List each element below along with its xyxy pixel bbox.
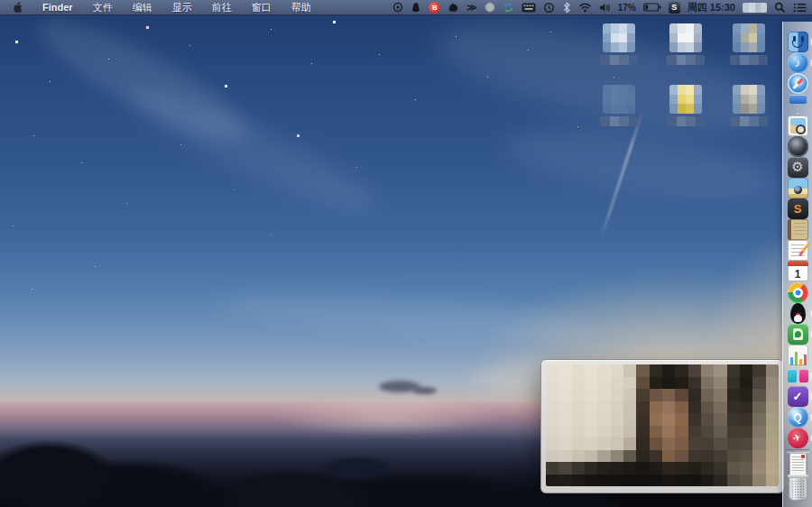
dock-item-purple-check[interactable]: ✓ — [788, 386, 808, 407]
menu-help[interactable]: 帮助 — [281, 0, 321, 14]
battery-icon[interactable] — [643, 3, 661, 12]
globe-icon[interactable] — [484, 2, 495, 13]
desktop-icon-3-label — [730, 55, 768, 65]
menu-window[interactable]: 窗口 — [242, 0, 281, 14]
evernote-icon — [788, 324, 808, 345]
desktop-folder-label — [667, 116, 705, 126]
dock-item-document-file[interactable] — [788, 453, 808, 476]
desktop-icon-4[interactable] — [599, 85, 639, 126]
desktop-icon-document[interactable] — [729, 85, 769, 126]
camera-lens-icon — [788, 136, 808, 157]
dock-item-sublime[interactable]: S — [788, 198, 808, 219]
desktop-icon-1-label — [600, 55, 638, 65]
menu-bar-left: Finder 文件 编辑 显示 前往 窗口 帮助 — [0, 0, 321, 14]
plane-glyph: ✈ — [792, 431, 804, 445]
bar-chart-icon — [788, 345, 808, 365]
dock-item-camera-lens[interactable] — [788, 136, 808, 157]
sublime-s-icon: S — [788, 198, 808, 219]
desktop-folder-thumbnail — [669, 85, 702, 114]
dock-item-finder[interactable] — [788, 32, 808, 52]
notification-center-icon[interactable] — [793, 3, 807, 13]
paperplane-icon: ✈ — [788, 428, 808, 448]
dark-pet-icon[interactable] — [448, 2, 459, 13]
dock-item-qq[interactable] — [788, 303, 808, 324]
double-arrow-icon[interactable]: ≫ — [466, 2, 477, 14]
spotlight-icon[interactable] — [774, 2, 786, 14]
q-glyph: Q — [793, 411, 801, 424]
dock-item-safari[interactable] — [788, 73, 808, 94]
dock-item-photo-app[interactable] — [788, 178, 808, 198]
apple-menu[interactable] — [11, 0, 32, 14]
cloud — [120, 71, 385, 228]
blue-globe-q-icon: Q — [788, 407, 808, 428]
wifi-icon[interactable] — [578, 3, 592, 13]
download-arrow-icon: ↓ — [788, 94, 808, 115]
calendar-icon: 1 — [788, 261, 808, 281]
dock-item-chart-app[interactable] — [788, 345, 808, 365]
video-preview-window[interactable] — [540, 359, 784, 493]
check-glyph: ✓ — [793, 390, 803, 403]
menu-bar: Finder 文件 编辑 显示 前往 窗口 帮助 B ≫ 17% S 周四 15… — [0, 0, 812, 15]
notebook-icon — [788, 219, 808, 240]
desktop-icon-1-thumbnail — [603, 23, 635, 52]
red-b-badge-icon[interactable]: B — [429, 2, 440, 14]
desktop-icon-folder[interactable] — [666, 85, 706, 126]
dock-item-evernote[interactable] — [788, 324, 808, 345]
menu-file[interactable]: 文件 — [83, 0, 123, 14]
dock-item-preview[interactable] — [788, 115, 808, 136]
color-squares-icon — [788, 365, 808, 386]
dock-item-chrome[interactable] — [788, 282, 808, 303]
dock-item-blue-globe[interactable]: Q — [788, 407, 808, 428]
finder-icon — [788, 32, 808, 52]
keyboard-icon[interactable] — [521, 3, 536, 13]
gear-glyph: ⚙ — [791, 159, 803, 175]
s-glyph: S — [794, 202, 802, 216]
desktop-icon-2-label — [667, 55, 705, 65]
dock-item-downloader[interactable]: ↓ — [788, 94, 808, 115]
safari-compass-icon — [788, 73, 808, 94]
volume-icon[interactable] — [599, 3, 611, 13]
pixelated-video-content — [546, 364, 779, 486]
qq-penguin-icon[interactable] — [411, 2, 421, 14]
dock-item-color-squares[interactable] — [788, 365, 808, 386]
desktop-icon-1[interactable] — [599, 23, 639, 65]
chrome-icon — [788, 282, 808, 303]
cloud — [503, 116, 779, 209]
desktop-document-thumbnail — [733, 85, 765, 114]
bluetooth-icon[interactable] — [562, 2, 571, 14]
menu-bar-clock[interactable]: 周四 15:30 — [687, 1, 735, 14]
itunes-icon: ♪ — [788, 52, 808, 73]
sogou-input-icon[interactable]: S — [669, 2, 680, 14]
document-file-icon — [789, 453, 807, 476]
menu-finder[interactable]: Finder — [32, 0, 83, 14]
menu-go[interactable]: 前往 — [202, 0, 242, 14]
dock-item-system-preferences[interactable]: ⚙ — [788, 157, 808, 178]
dock-item-trash[interactable] — [788, 476, 808, 502]
document-pencil-icon — [788, 240, 808, 261]
sync-icon[interactable] — [503, 2, 514, 14]
desktop-icon-4-label — [600, 116, 638, 126]
desktop-icon-3[interactable] — [729, 23, 769, 65]
desktop-icon-2[interactable] — [666, 23, 706, 65]
menu-view[interactable]: 显示 — [162, 0, 202, 14]
blurred-username — [743, 3, 767, 13]
dock-item-itunes[interactable]: ♪ — [788, 52, 808, 73]
dock-item-red-paperplane[interactable]: ✈ — [788, 428, 808, 448]
record-icon[interactable] — [392, 2, 403, 13]
dock-item-notebook[interactable] — [788, 219, 808, 240]
battery-percent: 17% — [618, 3, 636, 13]
calendar-day-glyph: 1 — [795, 268, 801, 281]
time-machine-icon[interactable] — [543, 2, 555, 14]
desktop-document-label — [730, 116, 768, 126]
music-note-glyph: ♪ — [795, 56, 801, 69]
menu-bar-status: B ≫ 17% S 周四 15:30 — [392, 0, 812, 14]
checkmark-icon: ✓ — [788, 386, 808, 407]
menu-edit[interactable]: 编辑 — [123, 0, 162, 14]
dock-item-text-editor[interactable] — [788, 240, 808, 261]
apple-icon — [13, 1, 23, 14]
qq-penguin-icon — [788, 303, 808, 324]
dock-item-calendar[interactable]: 1 — [788, 261, 808, 281]
dock: ♪ ↓ ⚙ S 1 ✓ Q ✈ — [782, 22, 812, 507]
desktop-icon-4-thumbnail — [603, 85, 635, 114]
desktop-icon-2-thumbnail — [669, 23, 702, 52]
